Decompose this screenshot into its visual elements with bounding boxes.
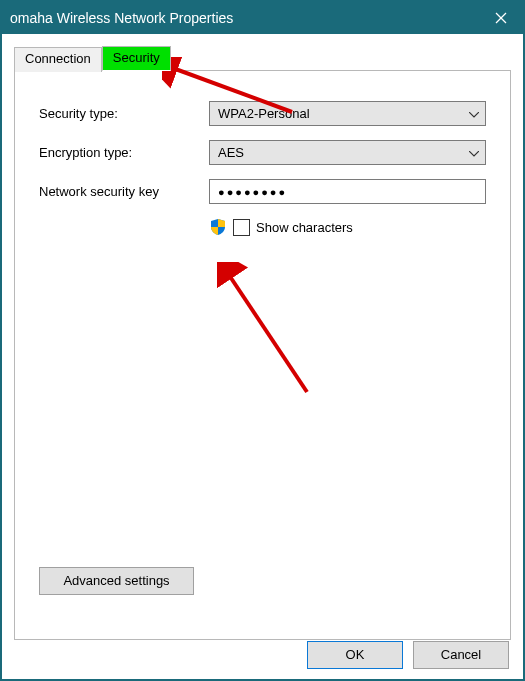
network-key-label: Network security key — [39, 184, 209, 199]
tab-connection[interactable]: Connection — [14, 47, 102, 72]
show-characters-checkbox[interactable] — [233, 219, 250, 236]
advanced-settings-button[interactable]: Advanced settings — [39, 567, 194, 595]
chevron-down-icon — [469, 106, 479, 121]
network-key-value: ●●●●●●●● — [218, 186, 287, 198]
network-key-input[interactable]: ●●●●●●●● — [209, 179, 486, 204]
encryption-type-value: AES — [218, 145, 244, 160]
close-icon — [495, 12, 507, 24]
cancel-button[interactable]: Cancel — [413, 641, 509, 669]
tab-security[interactable]: Security — [102, 46, 171, 71]
shield-icon — [209, 218, 227, 236]
ok-button[interactable]: OK — [307, 641, 403, 669]
titlebar: omaha Wireless Network Properties — [2, 2, 523, 34]
encryption-type-select[interactable]: AES — [209, 140, 486, 165]
security-type-select[interactable]: WPA2-Personal — [209, 101, 486, 126]
security-panel: Security type: WPA2-Personal Encryption … — [14, 70, 511, 640]
window-title: omaha Wireless Network Properties — [10, 10, 479, 26]
security-type-label: Security type: — [39, 106, 209, 121]
chevron-down-icon — [469, 145, 479, 160]
encryption-type-label: Encryption type: — [39, 145, 209, 160]
show-characters-label: Show characters — [256, 220, 353, 235]
close-button[interactable] — [479, 2, 523, 34]
security-type-value: WPA2-Personal — [218, 106, 310, 121]
